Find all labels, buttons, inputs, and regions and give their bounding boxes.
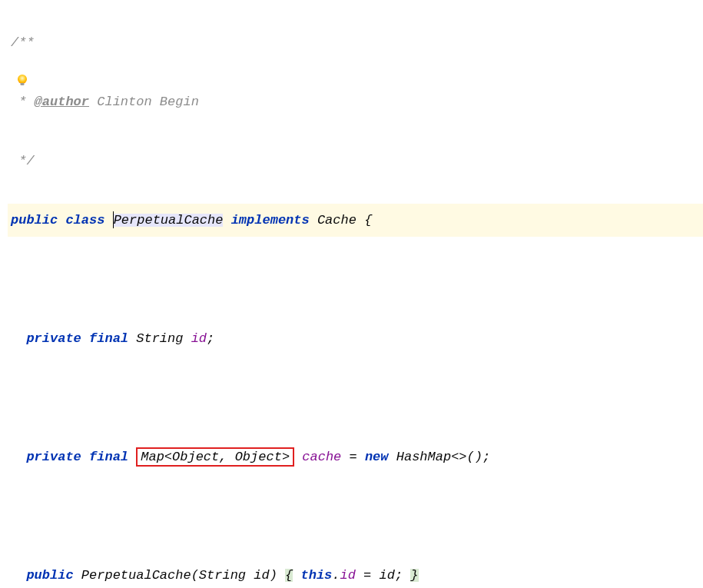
code-line[interactable]: * @author Clinton Begin: [8, 85, 703, 118]
javadoc-author: Clinton Begin: [89, 95, 199, 108]
type: String: [136, 332, 183, 345]
field-name: cache: [302, 450, 341, 463]
javadoc-close: */: [11, 154, 35, 168]
svg-point-0: [18, 75, 27, 84]
brace-close: }: [410, 569, 418, 582]
code-editor[interactable]: /** * @author Clinton Begin */ public cl…: [0, 0, 703, 588]
keyword-this: this: [300, 569, 332, 582]
keyword-final: final: [89, 332, 128, 345]
javadoc-tag: @author: [35, 95, 89, 108]
keyword-public: public: [26, 569, 73, 582]
code-line[interactable]: private final Map<Object, Object> cache …: [8, 440, 703, 473]
keyword-public: public: [11, 214, 58, 227]
code-line[interactable]: private final String id;: [8, 322, 703, 355]
field-ref: id: [340, 569, 356, 582]
code-line[interactable]: /**: [8, 26, 703, 59]
constructor-sig: PerpetualCache(String id): [74, 569, 285, 582]
highlight-box: Map<Object, Object>: [136, 447, 294, 467]
keyword-new: new: [365, 450, 389, 463]
brace-open: {: [364, 214, 372, 227]
intention-bulb-icon[interactable]: [15, 73, 29, 87]
javadoc-open: /**: [11, 36, 35, 49]
brace-open: {: [285, 569, 293, 582]
keyword-implements: implements: [231, 214, 310, 227]
svg-rect-1: [21, 83, 25, 85]
constructor-call: HashMap<>();: [389, 450, 491, 463]
blank-line[interactable]: [8, 381, 703, 414]
javadoc-star: *: [11, 95, 35, 108]
code-line-current[interactable]: public class PerpetualCache implements C…: [8, 204, 703, 237]
class-name: PerpetualCache: [114, 214, 224, 227]
blank-line[interactable]: [8, 500, 703, 533]
keyword-private: private: [26, 450, 81, 463]
semicolon: ;: [207, 332, 214, 345]
keyword-final: final: [89, 450, 128, 463]
code-line[interactable]: public PerpetualCache(String id) { this.…: [8, 559, 703, 588]
type: Map<Object, Object>: [141, 450, 290, 464]
keyword-class: class: [65, 214, 104, 227]
blank-line[interactable]: [8, 263, 703, 296]
field-name: id: [191, 332, 207, 345]
interface-name: Cache: [317, 214, 356, 227]
keyword-private: private: [26, 332, 81, 345]
code-line[interactable]: */: [8, 145, 703, 178]
